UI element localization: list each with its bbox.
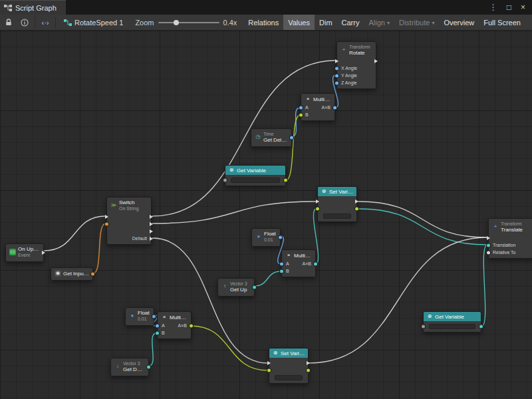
output-port[interactable] (307, 368, 310, 372)
input-port[interactable] (316, 200, 319, 203)
wire-switch-on-string-node-to-rotate-node[interactable] (152, 61, 336, 216)
input-port[interactable] (267, 368, 271, 372)
output-port[interactable] (355, 200, 358, 203)
node-title: Set Variable (281, 350, 305, 356)
a-b-output-port[interactable] (314, 262, 317, 265)
input-port[interactable] (316, 207, 319, 210)
node-title: Rotate (349, 50, 370, 56)
output-port[interactable] (279, 236, 282, 239)
variable-name-field[interactable] (429, 324, 475, 329)
output-port[interactable] (150, 222, 153, 226)
get-input-string-node[interactable]: ◉Get Input String (51, 267, 93, 281)
z-angle-input-port[interactable] (335, 81, 338, 84)
output-port[interactable] (91, 273, 94, 276)
wire-get-input-string-node-to-switch-on-string-node[interactable] (93, 223, 106, 273)
switch-on-string-node[interactable]: ≫SwitchOn StringDefault (106, 197, 152, 245)
wire-set-variable-node-a-to-translate-node[interactable] (358, 201, 487, 237)
toolbar-button-full-screen[interactable]: Full Screen (479, 15, 525, 30)
variable-name-field[interactable] (275, 375, 303, 380)
wire-get-variable-node-a-to-multiply-node-a[interactable] (286, 115, 300, 180)
zoom-label: Zoom (135, 19, 154, 27)
output-port[interactable] (355, 207, 358, 210)
input-port[interactable] (422, 325, 425, 328)
on-update-node[interactable]: ▭On UpdateEvent (5, 243, 44, 262)
get-variable-node-a[interactable]: ⊗Get Variable (225, 165, 286, 186)
a-b-output-port[interactable] (333, 106, 336, 109)
input-port[interactable] (105, 215, 108, 219)
output-port[interactable] (374, 59, 378, 63)
wire-vector3-get-up-node-to-multiply-node-b[interactable] (255, 271, 281, 286)
output-port[interactable] (152, 315, 156, 319)
port-label: Translation (493, 243, 515, 247)
input-port[interactable] (487, 236, 490, 240)
variable-name-field[interactable] (323, 213, 351, 219)
translation-input-port[interactable] (487, 243, 490, 247)
toolbar-button-relations[interactable]: Relations (243, 15, 283, 30)
wire-multiply-node-c-to-set-variable-node-b[interactable] (191, 326, 268, 370)
rotate-node[interactable]: +TransformRotateX AngleY AngleZ Angle (336, 41, 376, 89)
node-port-row (269, 374, 308, 381)
zoom-knob[interactable] (174, 20, 179, 25)
multiply-node-a[interactable]: ×MultiplyAA×BB (301, 93, 335, 121)
code-icon[interactable]: ‹·› (39, 17, 51, 29)
node-subtitle: Event (18, 252, 40, 258)
input-port[interactable] (223, 178, 227, 182)
output-port[interactable] (307, 361, 310, 365)
output-port[interactable] (253, 286, 256, 289)
output-port[interactable] (150, 215, 153, 219)
graph-reference[interactable]: RotateSpeed 1 (60, 17, 127, 28)
multiply-node-c[interactable]: ×MultiplyAA×BB (157, 311, 192, 339)
output-port[interactable] (42, 251, 45, 255)
output-port[interactable] (290, 136, 293, 140)
zoom-slider[interactable] (158, 18, 219, 27)
vector3-get-up-node[interactable]: ↑Vector 3Get Up (217, 278, 255, 297)
info-icon[interactable] (19, 17, 31, 29)
a-input-port[interactable] (299, 106, 303, 109)
toolbar-button-dim[interactable]: Dim (315, 15, 337, 30)
b-input-port[interactable] (280, 269, 283, 273)
toolbar-button-values[interactable]: Values (283, 15, 315, 30)
relative-to-input-port[interactable] (487, 251, 490, 254)
a-input-port[interactable] (280, 262, 283, 265)
wire-vector3-get-down-node-to-multiply-node-c[interactable] (149, 333, 156, 366)
input-port[interactable] (267, 361, 271, 365)
wire-get-variable-node-b-to-translate-node[interactable] (481, 245, 487, 327)
translate-node[interactable]: +TransformTranslateTranslationRelative T… (488, 218, 532, 259)
wire-switch-on-string-node-to-set-variable-node-b[interactable] (152, 238, 268, 363)
multiply-node-b[interactable]: ×MultiplyAA×BB (281, 249, 316, 277)
a-b-output-port[interactable] (190, 324, 193, 327)
node-title: Translate (501, 227, 523, 233)
tab-script-graph[interactable]: Script Graph (0, 0, 66, 15)
get-delta-time-node[interactable]: ◷TimeGet Delta Time (251, 128, 292, 147)
output-port[interactable] (150, 229, 153, 233)
graph-canvas[interactable]: ▭On UpdateEvent◉Get Input String≫SwitchO… (0, 31, 532, 399)
y-angle-input-port[interactable] (335, 74, 338, 77)
b-input-port[interactable] (156, 331, 159, 334)
output-port[interactable] (479, 325, 483, 328)
float-node-a[interactable]: ●Float0.01 (251, 228, 281, 247)
set-variable-node-b[interactable]: ⊗Set Variable (269, 348, 309, 384)
x-angle-input-port[interactable] (335, 66, 338, 70)
toolbar-button-align[interactable]: Align▾ (364, 15, 394, 30)
vector3-get-down-node[interactable]: ↓Vector 3Get Down (110, 358, 149, 376)
variable-name-field[interactable] (231, 178, 280, 183)
close-icon[interactable]: × (521, 3, 525, 11)
wire-set-variable-node-b-to-translate-node[interactable] (309, 237, 487, 363)
lock-icon[interactable] (3, 17, 15, 29)
toolbar-button-distribute[interactable]: Distribute▾ (394, 15, 439, 30)
toolbar-button-overview[interactable]: Overview (439, 15, 479, 30)
b-input-port[interactable] (299, 113, 303, 116)
a-input-port[interactable] (156, 324, 159, 327)
wire-on-update-node-to-switch-on-string-node[interactable] (44, 216, 106, 251)
set-variable-node-a[interactable]: ⊗Set Variable (317, 186, 357, 222)
float-node-b[interactable]: ●Float0.01 (125, 307, 154, 326)
menu-icon[interactable]: ⋮ (489, 3, 497, 11)
maximize-icon[interactable]: □ (507, 3, 511, 11)
get-variable-node-b[interactable]: ⊗Get Variable (423, 311, 481, 332)
input-port[interactable] (105, 222, 108, 225)
toolbar-button-carry[interactable]: Carry (337, 15, 364, 30)
input-port[interactable] (335, 59, 338, 63)
output-port[interactable] (284, 178, 287, 182)
default-output-port[interactable] (150, 237, 153, 241)
output-port[interactable] (147, 366, 150, 369)
